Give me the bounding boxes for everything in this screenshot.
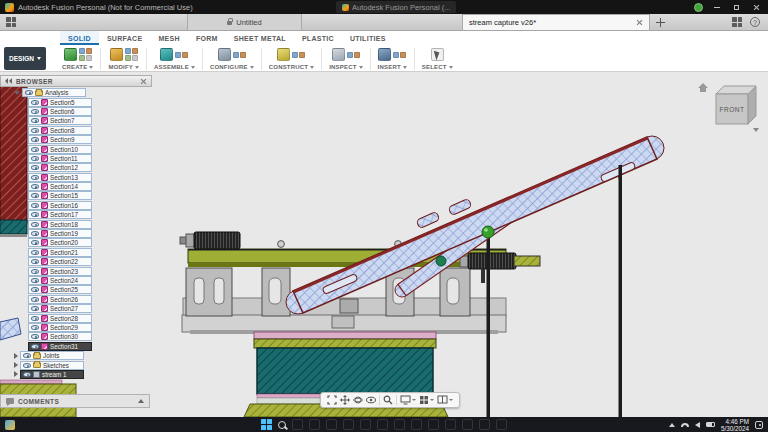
inspect-tools-icons[interactable]	[347, 52, 360, 58]
tree-item-section[interactable]: Section11	[28, 154, 152, 163]
taskbar-app-icon[interactable]	[462, 419, 473, 430]
tree-item-section[interactable]: Section31	[28, 342, 152, 351]
taskbar-app-icon[interactable]	[428, 419, 439, 430]
new-tab-button[interactable]	[656, 18, 665, 27]
tree-item-section[interactable]: Section23	[28, 266, 152, 275]
battery-icon[interactable]	[706, 422, 715, 427]
tree-item-stream[interactable]: stream 1	[14, 370, 152, 379]
viewports-icon[interactable]	[437, 395, 453, 405]
visibility-eye-icon[interactable]	[31, 118, 39, 123]
create-tools-icons[interactable]	[79, 48, 92, 61]
view-cube-front-label[interactable]: FRONT	[720, 106, 745, 113]
tree-item-section[interactable]: Section30	[28, 332, 152, 341]
visibility-eye-icon[interactable]	[31, 222, 39, 227]
visibility-eye-icon[interactable]	[31, 165, 39, 170]
tree-item-section[interactable]: Section13	[28, 173, 152, 182]
tree-item-section[interactable]: Section26	[28, 295, 152, 304]
ribbon-tab[interactable]: SURFACE	[99, 31, 151, 45]
clock[interactable]: 4:46 PM 5/30/2024	[721, 418, 749, 432]
tree-item-section[interactable]: Section12	[28, 163, 152, 172]
maximize-button[interactable]	[730, 2, 743, 13]
look-at-icon[interactable]	[366, 395, 376, 405]
visibility-eye-icon[interactable]	[25, 90, 33, 95]
group-insert[interactable]: INSERT	[371, 45, 414, 72]
zoom-fit-icon[interactable]	[327, 395, 337, 405]
tree-item-section[interactable]: Section17	[28, 210, 152, 219]
taskbar-app-icon[interactable]	[394, 419, 405, 430]
tray-overflow-icon[interactable]	[669, 423, 675, 427]
expand-arrow-icon[interactable]	[14, 371, 18, 377]
construction-plane-icon[interactable]	[277, 48, 290, 61]
visibility-eye-icon[interactable]	[31, 306, 39, 311]
tree-item-section[interactable]: Section24	[28, 276, 152, 285]
view-cube[interactable]: FRONT	[698, 83, 759, 132]
minimize-button[interactable]	[710, 2, 723, 13]
grid-display-icon[interactable]	[419, 395, 434, 405]
visibility-eye-icon[interactable]	[31, 156, 39, 161]
visibility-eye-icon[interactable]	[31, 231, 39, 236]
window-group-tab[interactable]: Autodesk Fusion Personal (...	[336, 1, 456, 13]
user-avatar[interactable]	[694, 3, 703, 12]
taskbar-app-icon[interactable]	[326, 419, 337, 430]
expand-arrow-icon[interactable]	[14, 353, 18, 359]
tree-item-section[interactable]: Section14	[28, 182, 152, 191]
design-workspace-button[interactable]: DESIGN	[4, 47, 46, 70]
ribbon-tab[interactable]: UTILITIES	[342, 31, 394, 45]
wifi-icon[interactable]	[681, 423, 689, 427]
support-rod-right[interactable]	[618, 158, 623, 418]
help-icon[interactable]: ?	[750, 17, 760, 27]
visibility-eye-icon[interactable]	[31, 287, 39, 292]
ribbon-tab[interactable]: SHEET METAL	[226, 31, 294, 45]
tree-item-analysis[interactable]: Analysis	[14, 88, 152, 97]
visibility-eye-icon[interactable]	[31, 344, 39, 349]
visibility-eye-icon[interactable]	[31, 147, 39, 152]
tree-item-section[interactable]: Section16	[28, 201, 152, 210]
tree-item-section[interactable]: Section22	[28, 257, 152, 266]
visibility-eye-icon[interactable]	[31, 128, 39, 133]
home-icon[interactable]	[698, 83, 708, 92]
knurled-adjuster-right[interactable]	[460, 253, 540, 283]
notification-bell-icon[interactable]	[755, 421, 763, 429]
pivot-ball-green[interactable]	[482, 226, 494, 238]
visibility-eye-icon[interactable]	[23, 363, 31, 368]
lever-arm-section[interactable]	[286, 136, 664, 314]
ribbon-tab[interactable]: PLASTIC	[294, 31, 342, 45]
taskbar-app-icon[interactable]	[496, 419, 507, 430]
visibility-eye-icon[interactable]	[31, 203, 39, 208]
knurled-adjuster-left[interactable]	[180, 232, 240, 249]
tree-item-section[interactable]: Section15	[28, 191, 152, 200]
tree-item-joints[interactable]: Joints	[14, 351, 152, 360]
start-button[interactable]	[261, 419, 272, 430]
group-select[interactable]: SELECT	[415, 45, 460, 72]
visibility-eye-icon[interactable]	[31, 325, 39, 330]
visibility-eye-icon[interactable]	[31, 212, 39, 217]
insert-mesh-icon[interactable]	[378, 48, 391, 61]
group-create[interactable]: CREATE	[55, 45, 100, 72]
tree-item-section[interactable]: Section7	[28, 116, 152, 125]
ribbon-tab[interactable]: FORM	[188, 31, 226, 45]
visibility-eye-icon[interactable]	[31, 259, 39, 264]
visibility-eye-icon[interactable]	[31, 184, 39, 189]
volume-icon[interactable]	[695, 422, 700, 428]
zoom-icon[interactable]	[383, 395, 393, 405]
tab-untitled[interactable]: Untitled	[187, 14, 302, 30]
tree-item-sketches[interactable]: Sketches	[14, 360, 152, 369]
select-cursor-icon[interactable]	[431, 48, 444, 61]
expand-arrow-icon[interactable]	[14, 91, 20, 95]
group-inspect[interactable]: INSPECT	[322, 45, 369, 72]
taskbar-app-icon[interactable]	[479, 419, 490, 430]
tree-item-section[interactable]: Section18	[28, 219, 152, 228]
visibility-eye-icon[interactable]	[31, 137, 39, 142]
tree-item-section[interactable]: Section19	[28, 229, 152, 238]
pan-icon[interactable]	[340, 395, 350, 405]
construct-tools-icons[interactable]	[292, 52, 305, 58]
tree-item-section[interactable]: Section5	[28, 97, 152, 106]
visibility-eye-icon[interactable]	[31, 278, 39, 283]
press-pull-icon[interactable]	[110, 48, 123, 61]
tree-item-section[interactable]: Section28	[28, 313, 152, 322]
close-button[interactable]	[750, 2, 763, 13]
taskbar-app-icon[interactable]	[292, 419, 303, 430]
visibility-eye-icon[interactable]	[31, 316, 39, 321]
group-assemble[interactable]: ASSEMBLE	[147, 45, 202, 72]
search-icon[interactable]	[278, 421, 286, 429]
